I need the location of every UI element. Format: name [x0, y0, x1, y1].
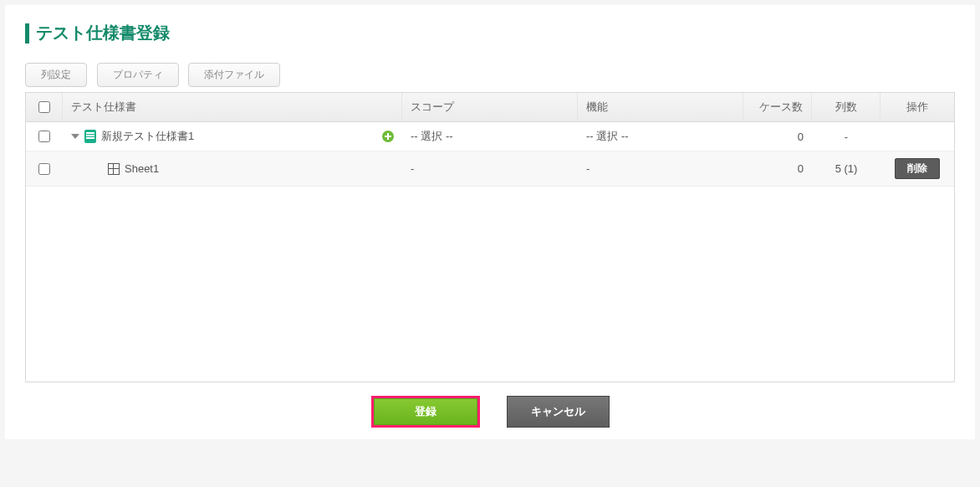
scope-cell[interactable]: -- 選択 -- — [402, 122, 578, 151]
row-checkbox-cell — [26, 122, 63, 151]
dialog-title: テスト仕様書登録 — [36, 22, 170, 44]
table-row: 新規テスト仕様書1 -- 選択 -- -- 選択 -- 0 - — [26, 122, 954, 151]
expand-toggle-icon[interactable] — [71, 134, 79, 139]
columns-cell: 5 (1) — [812, 151, 880, 186]
row-checkbox[interactable] — [38, 131, 50, 142]
sheet-icon — [108, 163, 120, 175]
header-scope: スコープ — [402, 93, 578, 121]
row-checkbox[interactable] — [38, 163, 50, 175]
spec-name-cell: 新規テスト仕様書1 — [63, 122, 402, 151]
toolbar: 列設定 プロパティ 添付ファイル — [25, 63, 955, 87]
spec-name[interactable]: 新規テスト仕様書1 — [101, 129, 194, 144]
sheet-name[interactable]: Sheet1 — [125, 162, 159, 175]
register-test-spec-dialog: テスト仕様書登録 列設定 プロパティ 添付ファイル テスト仕様書 スコープ 機能… — [5, 5, 975, 439]
select-all-checkbox[interactable] — [38, 101, 50, 113]
row-checkbox-cell — [26, 151, 63, 186]
spec-table: テスト仕様書 スコープ 機能 ケース数 列数 操作 新規テスト仕様書1 — [25, 92, 955, 382]
header-cases: ケース数 — [743, 93, 812, 121]
add-icon[interactable] — [382, 131, 394, 142]
function-cell[interactable]: -- 選択 -- — [578, 122, 743, 151]
table-row: Sheet1 - - 0 5 (1) 削除 — [26, 151, 954, 187]
scope-cell: - — [402, 151, 578, 186]
attachments-button[interactable]: 添付ファイル — [188, 63, 280, 87]
sheet-name-cell: Sheet1 — [63, 151, 402, 186]
header-function: 機能 — [578, 93, 743, 121]
function-cell: - — [578, 151, 743, 186]
header-action: 操作 — [880, 93, 954, 121]
action-cell: 削除 — [880, 151, 954, 186]
spec-doc-icon — [84, 130, 96, 143]
delete-button[interactable]: 削除 — [895, 158, 940, 179]
header-columns: 列数 — [812, 93, 880, 121]
title-accent-bar — [25, 23, 29, 44]
cases-cell: 0 — [743, 151, 812, 186]
header-spec: テスト仕様書 — [63, 93, 402, 121]
dialog-title-bar: テスト仕様書登録 — [25, 22, 955, 44]
submit-button[interactable]: 登録 — [374, 398, 477, 425]
column-settings-button[interactable]: 列設定 — [25, 63, 87, 87]
table-header-row: テスト仕様書 スコープ 機能 ケース数 列数 操作 — [26, 93, 954, 122]
action-cell — [880, 122, 954, 151]
columns-cell: - — [812, 122, 880, 151]
table-body: 新規テスト仕様書1 -- 選択 -- -- 選択 -- 0 - Sheet — [26, 122, 954, 382]
cases-cell: 0 — [743, 122, 812, 151]
properties-button[interactable]: プロパティ — [97, 63, 179, 87]
cancel-button[interactable]: キャンセル — [507, 396, 610, 428]
dialog-footer: 登録 キャンセル — [25, 382, 955, 438]
header-checkbox-cell — [26, 93, 63, 121]
submit-highlight: 登録 — [371, 396, 480, 428]
